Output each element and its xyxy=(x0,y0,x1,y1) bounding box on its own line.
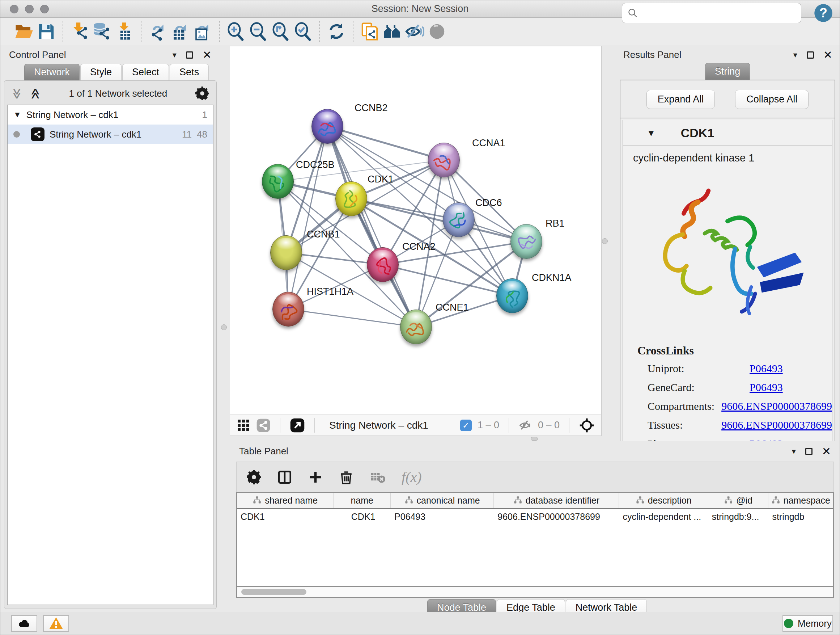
node-HIST1H1A[interactable] xyxy=(272,292,304,326)
results-panel-collapse-icon[interactable]: ▾ xyxy=(793,50,797,60)
search-box[interactable] xyxy=(622,3,801,23)
network-collection-row[interactable]: ▼ String Network – cdk1 1 xyxy=(8,105,213,125)
memory-button[interactable]: Memory xyxy=(783,615,833,632)
maximize-window-icon[interactable] xyxy=(40,5,49,13)
edge-HIST1H1A-CCNE1[interactable] xyxy=(288,309,416,327)
export-image-button[interactable] xyxy=(191,20,214,43)
table-cell[interactable]: CDK1 xyxy=(237,509,333,525)
table-cell[interactable]: stringdb xyxy=(768,509,833,525)
table-panel-collapse-icon[interactable]: ▾ xyxy=(792,447,796,456)
help-button[interactable] xyxy=(813,3,833,23)
close-window-icon[interactable] xyxy=(10,5,19,13)
zoom-fit-button[interactable] xyxy=(270,20,292,43)
node-CDC6[interactable] xyxy=(443,203,475,237)
node-table[interactable]: shared namenamecanonical namedatabase id… xyxy=(236,492,834,587)
collapse-all-networks-icon[interactable]: ≫ xyxy=(29,88,42,99)
results-panel-float-icon[interactable] xyxy=(807,51,814,59)
cloud-status-button[interactable] xyxy=(11,615,37,632)
results-panel-close-icon[interactable]: ✕ xyxy=(823,51,832,59)
hidden-elements-icon[interactable] xyxy=(518,418,532,432)
zoom-selected-button[interactable] xyxy=(292,20,314,43)
column-header-description[interactable]: description xyxy=(619,493,708,508)
control-panel-float-icon[interactable] xyxy=(186,51,193,59)
gene-collapse-icon[interactable]: ▼ xyxy=(647,128,655,138)
column-header-namespace[interactable]: namespace xyxy=(768,493,833,508)
crosslink-link-2[interactable]: 9606.ENSP00000378699 xyxy=(722,400,832,412)
tab-network[interactable]: Network xyxy=(24,64,80,81)
table-cell[interactable]: CDK1 xyxy=(333,509,391,525)
birdseye-view-icon[interactable] xyxy=(290,418,305,433)
network-canvas[interactable]: CCNB2CCNA1CDC25BCDK1CDC6RB1CCNB1CCNA2CDK… xyxy=(230,46,602,415)
table-panel-close-icon[interactable]: ✕ xyxy=(822,448,831,455)
tab-select[interactable]: Select xyxy=(122,64,169,81)
minimize-window-icon[interactable] xyxy=(25,5,34,13)
column-header--id[interactable]: @id xyxy=(708,493,769,508)
first-neighbors-button[interactable] xyxy=(381,20,403,43)
node-CDK1[interactable] xyxy=(335,181,367,216)
search-input[interactable] xyxy=(641,8,793,19)
selected-nodes-checkbox[interactable]: ✓ xyxy=(460,420,472,431)
column-header-canonical-name[interactable]: canonical name xyxy=(391,493,494,508)
node-CCNA2[interactable] xyxy=(367,247,399,282)
tab-sets[interactable]: Sets xyxy=(170,64,209,81)
import-network-database-button[interactable] xyxy=(91,20,113,43)
open-session-button[interactable] xyxy=(13,20,35,43)
crosslink-link-3[interactable]: 9606.ENSP00000378699 xyxy=(722,419,832,431)
delete-column-trash-icon[interactable] xyxy=(339,470,354,485)
table-horizontal-scrollbar[interactable] xyxy=(236,587,834,598)
left-splitter-handle[interactable] xyxy=(221,325,227,330)
detach-view-icon[interactable] xyxy=(256,418,271,432)
node-CDKN1A[interactable] xyxy=(496,279,528,313)
export-network-button[interactable] xyxy=(147,20,169,43)
export-table-button[interactable] xyxy=(169,20,191,43)
zoom-out-button[interactable] xyxy=(247,20,270,43)
network-from-selection-button[interactable] xyxy=(358,20,381,43)
table-cell[interactable]: 9606.ENSP00000378699 xyxy=(494,509,619,525)
import-network-file-button[interactable] xyxy=(68,20,91,43)
column-header-shared-name[interactable]: shared name xyxy=(237,493,333,508)
node-CDC25B[interactable] xyxy=(262,164,294,199)
column-header-database-identifier[interactable]: database identifier xyxy=(494,493,619,508)
control-panel-close-icon[interactable]: ✕ xyxy=(202,51,212,59)
network-view[interactable]: CCNB2CCNA1CDC25BCDK1CDC6RB1CCNB1CCNA2CDK… xyxy=(230,46,602,436)
network-options-gear-icon[interactable] xyxy=(195,87,209,100)
tab-style[interactable]: Style xyxy=(80,64,122,81)
table-cell[interactable]: stringdb:9... xyxy=(708,509,769,525)
node-RB1[interactable] xyxy=(510,224,542,259)
crosslink-link-1[interactable]: P06493 xyxy=(750,381,783,394)
gene-section-header[interactable]: ▼ CDK1 xyxy=(623,120,832,146)
show-columns-icon[interactable] xyxy=(277,470,292,485)
table-cell[interactable]: cyclin-dependent ... xyxy=(619,509,708,525)
add-column-icon[interactable] xyxy=(308,470,323,485)
show-all-button[interactable] xyxy=(426,20,448,43)
network-row[interactable]: String Network – cdk1 11 48 xyxy=(8,125,213,144)
node-CCNB1[interactable] xyxy=(270,235,302,270)
expand-all-networks-icon[interactable]: ≫ xyxy=(11,88,24,99)
fit-selected-crosshair-icon[interactable] xyxy=(579,417,595,433)
right-splitter-handle[interactable] xyxy=(602,238,608,244)
control-panel-collapse-icon[interactable]: ▾ xyxy=(172,50,177,60)
table-settings-gear-icon[interactable] xyxy=(247,470,261,485)
scrollbar-thumb[interactable] xyxy=(241,589,306,595)
bottom-splitter-handle[interactable] xyxy=(531,437,538,440)
node-CCNA1[interactable] xyxy=(428,143,460,177)
edge-CCNB2-HIST1H1A[interactable] xyxy=(288,126,327,309)
zoom-in-button[interactable] xyxy=(225,20,247,43)
import-table-file-button[interactable] xyxy=(113,20,136,43)
table-row[interactable]: CDK1CDK1P064939606.ENSP00000378699cyclin… xyxy=(237,509,833,525)
collapse-all-button[interactable]: Collapse All xyxy=(735,90,808,109)
column-header-name[interactable]: name xyxy=(333,493,391,508)
save-session-button[interactable] xyxy=(35,20,57,43)
tab-string[interactable]: String xyxy=(705,63,750,80)
edge-CCNB2-CCNA1[interactable] xyxy=(327,126,444,160)
expand-all-button[interactable]: Expand All xyxy=(646,90,715,109)
hide-selected-button[interactable] xyxy=(403,20,426,43)
window-controls[interactable] xyxy=(10,5,49,13)
table-cell[interactable]: P06493 xyxy=(391,509,494,525)
node-CCNE1[interactable] xyxy=(400,310,432,344)
apply-layout-button[interactable] xyxy=(325,20,347,43)
warnings-button[interactable] xyxy=(43,615,69,632)
table-panel-float-icon[interactable] xyxy=(805,448,813,455)
node-CCNB2[interactable] xyxy=(311,109,343,144)
grid-mode-icon[interactable] xyxy=(237,418,250,432)
